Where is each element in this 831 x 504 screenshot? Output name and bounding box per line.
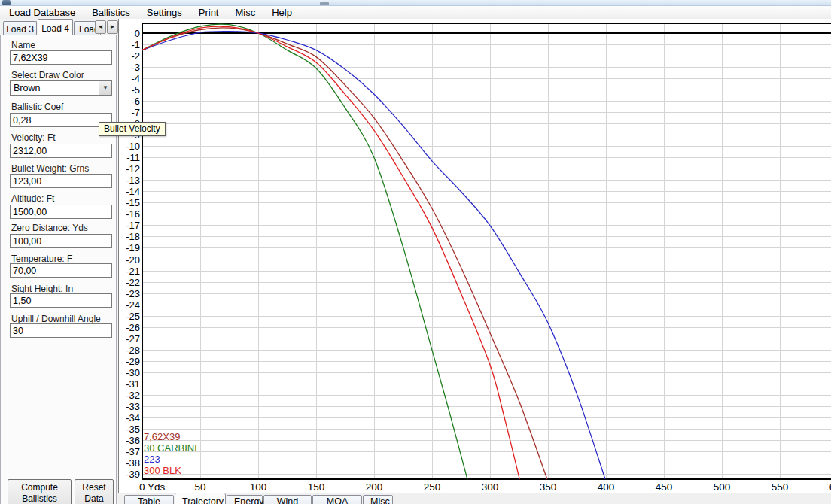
view-tabstrip: Table Data Trajectory Energy Wind Drift … (118, 493, 831, 504)
trajectory-curve-7-62x39 (142, 28, 548, 481)
y-tick-label: -16 (126, 208, 140, 220)
y-tick-label: -35 (126, 424, 140, 435)
window-title-fragment (320, 2, 329, 5)
arrow-left-icon: ◄ (98, 23, 104, 30)
reset-data-button[interactable]: Reset Data (75, 479, 114, 504)
y-tick-label: -14 (126, 186, 140, 197)
sight-height-label: Sight Height: In (11, 284, 73, 294)
tab-trajectory[interactable]: Trajectory (175, 493, 226, 504)
zero-distance-input[interactable] (10, 234, 112, 248)
x-tick-label: 100 (250, 481, 267, 493)
y-tick-label: -24 (126, 299, 140, 311)
velocity-label: Velocity: Ft (11, 132, 56, 143)
load-settings-panel: Name Select Draw Color Brown ▼ Ballistic… (0, 35, 117, 504)
y-tick-label: -4 (131, 73, 140, 84)
y-tick-label: -5 (131, 84, 140, 96)
y-tick-label: -37 (126, 446, 140, 457)
y-tick-label: -18 (126, 231, 140, 242)
name-input[interactable] (10, 50, 112, 65)
uphill-angle-input[interactable] (10, 323, 112, 338)
y-tick-label: 0 (135, 28, 140, 39)
y-tick-label: -15 (126, 197, 140, 208)
y-tick-label: -26 (126, 322, 140, 333)
x-tick-label: 250 (424, 481, 441, 493)
trajectory-curve-300-blk (142, 26, 520, 481)
menu-help[interactable]: Help (263, 6, 300, 20)
y-tick-label: -33 (126, 401, 140, 412)
trajectory-chart: 0-1-2-3-4-5-6-7-8-9-10-11-12-13-14-15-16… (119, 19, 831, 493)
y-tick-label: -20 (126, 254, 140, 266)
legend-item-223: 223 (144, 454, 160, 465)
uphill-angle-label: Uphill / Downhill Angle (11, 314, 101, 324)
ballistic-coef-label: Ballistic Coef (11, 102, 63, 112)
y-tick-label: -10 (126, 141, 140, 152)
temperature-label: Temperature: F (11, 254, 72, 264)
zero-distance-label: Zero Distance: Yds (11, 223, 88, 233)
sight-height-input[interactable] (10, 293, 112, 308)
menu-misc[interactable]: Misc (227, 6, 263, 20)
tooltip-bullet-velocity: Bullet Velocity (99, 122, 166, 136)
y-tick-label: -11 (126, 152, 140, 163)
y-tick-label: -1 (131, 39, 140, 50)
tab-scroll-right-button[interactable]: ► (107, 20, 118, 34)
compute-ballistics-button[interactable]: Compute Ballistics (8, 479, 72, 504)
bullet-weight-label: Bullet Weight: Grns (11, 163, 89, 174)
tab-misc[interactable]: Misc (363, 495, 393, 504)
x-tick-label: 450 (656, 481, 673, 493)
x-tick-label: 0 Yds (139, 481, 166, 493)
x-tick-label: 200 (366, 481, 383, 493)
menu-load-database[interactable]: Load Database (1, 6, 84, 20)
temperature-input[interactable] (10, 263, 112, 278)
menu-print[interactable]: Print (190, 6, 227, 20)
ballistics-app-window: Load Database Ballistics Settings Print … (0, 0, 831, 504)
altitude-input[interactable] (10, 205, 112, 219)
menu-ballistics[interactable]: Ballistics (84, 6, 138, 20)
trajectory-curve-30-carbine (142, 24, 468, 481)
tab-moa-table[interactable]: MOA Table (312, 495, 362, 504)
y-tick-label: -28 (126, 345, 140, 356)
legend-item-30-carbine: 30 CARBINE (144, 442, 201, 454)
menu-settings[interactable]: Settings (138, 6, 190, 20)
y-tick-label: -31 (126, 378, 140, 390)
chevron-down-icon[interactable]: ▼ (99, 81, 111, 95)
x-tick-label: 300 (482, 481, 499, 493)
bullet-weight-input[interactable] (10, 174, 112, 188)
x-tick-label: 400 (598, 481, 615, 493)
tab-load-4[interactable]: Load 4 (38, 19, 73, 35)
draw-color-select[interactable]: Brown ▼ (10, 80, 112, 96)
y-tick-label: -30 (126, 367, 140, 378)
legend-item-7-62x39: 7,62X39 (144, 431, 180, 442)
y-tick-label: -32 (126, 390, 140, 401)
x-tick-label: 150 (308, 481, 325, 493)
y-tick-label: -19 (126, 242, 140, 254)
tab-load-3[interactable]: Load 3 (3, 21, 37, 35)
y-tick-label: -23 (126, 288, 140, 299)
draw-color-value: Brown (11, 83, 99, 93)
y-tick-label: -36 (126, 435, 140, 446)
tab-table-data[interactable]: Table Data (124, 495, 174, 504)
x-tick-label: 500 (714, 481, 731, 493)
tab-wind-drift[interactable]: Wind Drift (263, 495, 312, 504)
trajectory-chart-panel: 0-1-2-3-4-5-6-7-8-9-10-11-12-13-14-15-16… (118, 19, 831, 493)
y-tick-label: -27 (126, 333, 140, 345)
ballistic-coef-input[interactable] (10, 113, 112, 127)
x-tick-label: 550 (772, 481, 789, 493)
draw-color-label: Select Draw Color (11, 70, 84, 80)
tab-scroll-left-button[interactable]: ◄ (95, 20, 106, 34)
y-tick-label: -22 (126, 277, 140, 288)
y-tick-label: -17 (126, 220, 140, 231)
y-tick-label: -29 (126, 356, 140, 367)
y-tick-label: -25 (126, 311, 140, 322)
y-tick-label: -3 (131, 62, 140, 73)
velocity-input[interactable] (10, 144, 112, 158)
x-tick-label: 50 (194, 481, 205, 493)
y-tick-label: -13 (126, 175, 140, 186)
arrow-right-icon: ► (110, 23, 116, 30)
y-tick-label: -7 (131, 107, 140, 118)
menu-bar: Load Database Ballistics Settings Print … (0, 6, 831, 19)
altitude-label: Altitude: Ft (11, 193, 54, 204)
app-icon (2, 0, 11, 5)
tab-energy[interactable]: Energy (227, 495, 263, 504)
y-tick-label: -12 (126, 163, 140, 175)
y-tick-label: -21 (126, 266, 140, 277)
